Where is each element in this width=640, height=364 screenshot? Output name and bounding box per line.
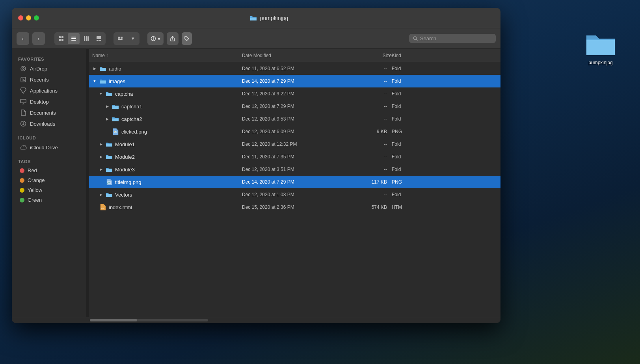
folder-icon xyxy=(106,154,113,160)
table-row[interactable]: ▶ </> index.html Dec 15, 2020 at 2:36 PM… xyxy=(89,201,500,214)
expand-button[interactable]: ▶ xyxy=(99,192,103,197)
table-row[interactable]: ▶ clicked.png Dec 12, 2020 at 6:09 PM 9 … xyxy=(89,125,500,138)
sidebar-item-documents[interactable]: Documents xyxy=(13,107,85,118)
table-row[interactable]: ▼ images Dec 14, 2020 at 7:29 PM -- Fold xyxy=(89,75,500,87)
forward-button[interactable]: › xyxy=(32,32,45,45)
window-folder-icon xyxy=(250,15,257,21)
folder-icon xyxy=(99,65,106,72)
expand-button[interactable]: ▶ xyxy=(92,66,97,71)
svg-rect-5 xyxy=(71,38,76,39)
close-button[interactable] xyxy=(18,15,23,20)
sidebar-item-downloads[interactable]: Downloads xyxy=(13,118,85,129)
sidebar-tag-red[interactable]: Red xyxy=(13,165,85,175)
folder-icon xyxy=(99,78,106,84)
desktop-folder[interactable]: pumpkinjpg xyxy=(585,32,616,65)
expand-button[interactable]: ▼ xyxy=(92,79,97,84)
svg-rect-12 xyxy=(99,40,101,41)
file-kind: Fold xyxy=(392,104,431,109)
column-view-button[interactable] xyxy=(80,33,92,44)
search-bar[interactable] xyxy=(409,34,496,43)
action-button[interactable]: ▾ xyxy=(147,32,164,45)
file-size: -- xyxy=(344,91,392,97)
icloud-header: iCloud xyxy=(12,132,86,142)
file-size: -- xyxy=(344,154,392,160)
file-size: 9 KB xyxy=(344,129,392,134)
group-button[interactable] xyxy=(114,33,126,44)
file-size: -- xyxy=(344,167,392,172)
expand-button[interactable]: ▶ xyxy=(99,167,103,172)
downloads-label: Downloads xyxy=(30,121,55,127)
sidebar-item-applications[interactable]: Applications xyxy=(13,85,85,96)
share-button[interactable] xyxy=(167,32,179,45)
sidebar-tag-yellow[interactable]: Yellow xyxy=(13,185,85,195)
table-row[interactable]: ▶ captcha1 Dec 12, 2020 at 7:29 PM -- Fo… xyxy=(89,100,500,113)
downloads-icon xyxy=(20,120,27,127)
table-row[interactable]: ▶ Module1 Dec 12, 2020 at 12:32 PM -- Fo… xyxy=(89,138,500,150)
favorites-header: Favorites xyxy=(12,54,86,63)
table-row[interactable]: ▶ Module2 Dec 11, 2020 at 7:35 PM -- Fol… xyxy=(89,150,500,163)
file-size: -- xyxy=(344,78,392,84)
sidebar: Favorites AirDrop Recents Applications xyxy=(12,49,87,317)
name-column-header[interactable]: Name ↑ xyxy=(92,53,242,58)
date-column-header[interactable]: Date Modified xyxy=(242,53,344,58)
svg-rect-10 xyxy=(97,36,101,39)
file-name-cell: ▶ captcha1 xyxy=(92,103,242,110)
svg-rect-9 xyxy=(87,36,89,41)
svg-rect-26 xyxy=(20,99,26,103)
tag-button[interactable] xyxy=(182,32,192,45)
back-button[interactable]: ‹ xyxy=(17,32,29,45)
green-tag-dot xyxy=(20,198,24,202)
table-row[interactable]: ▶ captcha2 Dec 12, 2020 at 9:53 PM -- Fo… xyxy=(89,113,500,125)
search-input[interactable] xyxy=(420,35,492,41)
sort-group: ▾ xyxy=(113,32,140,45)
file-name: captcha xyxy=(115,91,133,97)
table-row[interactable]: ▶ audio Dec 11, 2020 at 6:52 PM -- Fold xyxy=(89,62,500,75)
list-view-button[interactable] xyxy=(68,33,80,44)
sidebar-item-desktop[interactable]: Desktop xyxy=(13,96,85,107)
expand-button[interactable]: ▶ xyxy=(105,104,110,109)
file-kind: Fold xyxy=(392,154,431,160)
maximize-button[interactable] xyxy=(34,15,39,20)
title-bar-center: pumpkinjpg xyxy=(44,15,494,21)
expand-button[interactable]: ▶ xyxy=(99,154,103,159)
svg-rect-15 xyxy=(118,39,123,40)
expand-button[interactable]: ▶ xyxy=(99,142,103,147)
svg-rect-8 xyxy=(86,36,87,41)
sidebar-item-icloud-drive[interactable]: iCloud Drive xyxy=(13,142,85,153)
html-file-icon: </> xyxy=(99,204,106,210)
table-row[interactable]: ▶ titleimg.png Dec 14, 2020 at 7:29 PM 1… xyxy=(89,176,500,188)
file-size: 117 KB xyxy=(344,179,392,185)
file-size: -- xyxy=(344,104,392,109)
folder-icon xyxy=(106,141,113,147)
sidebar-item-recents[interactable]: Recents xyxy=(13,74,85,85)
table-row[interactable]: ▼ captcha Dec 12, 2020 at 9:22 PM -- Fol… xyxy=(89,87,500,100)
sidebar-tag-orange[interactable]: Orange xyxy=(13,175,85,185)
table-row[interactable]: ▶ Vectors Dec 12, 2020 at 1:08 PM -- Fol… xyxy=(89,188,500,201)
minimize-button[interactable] xyxy=(26,15,31,20)
file-name: Module1 xyxy=(115,141,135,147)
sidebar-item-airdrop[interactable]: AirDrop xyxy=(13,63,85,74)
sort-dropdown-button[interactable]: ▾ xyxy=(127,33,139,44)
file-name: audio xyxy=(109,66,121,72)
file-name: Module3 xyxy=(115,167,135,173)
table-row[interactable]: ▶ Module3 Dec 12, 2020 at 3:51 PM -- Fol… xyxy=(89,163,500,176)
kind-column-header[interactable]: Kind xyxy=(392,53,431,58)
yellow-tag-label: Yellow xyxy=(28,187,42,193)
file-size: -- xyxy=(344,66,392,71)
file-list[interactable]: Name ↑ Date Modified Size Kind ▶ xyxy=(89,49,500,317)
size-column-header[interactable]: Size xyxy=(344,53,392,58)
expand-button[interactable]: ▼ xyxy=(99,91,103,96)
bottom-scrollbar[interactable] xyxy=(12,317,500,323)
file-kind: PNG xyxy=(392,179,431,185)
file-date: Dec 12, 2020 at 9:22 PM xyxy=(242,91,344,97)
gallery-view-button[interactable] xyxy=(93,33,105,44)
expand-button[interactable]: ▶ xyxy=(105,117,110,121)
sidebar-tag-green[interactable]: Green xyxy=(13,195,85,205)
red-tag-label: Red xyxy=(28,167,37,173)
icon-view-button[interactable] xyxy=(55,33,67,44)
file-date: Dec 14, 2020 at 7:29 PM xyxy=(242,78,344,84)
file-kind: PNG xyxy=(392,129,431,134)
title-bar: pumpkinjpg xyxy=(12,8,500,28)
file-date: Dec 12, 2020 at 9:53 PM xyxy=(242,116,344,122)
file-name: Module2 xyxy=(115,154,135,160)
